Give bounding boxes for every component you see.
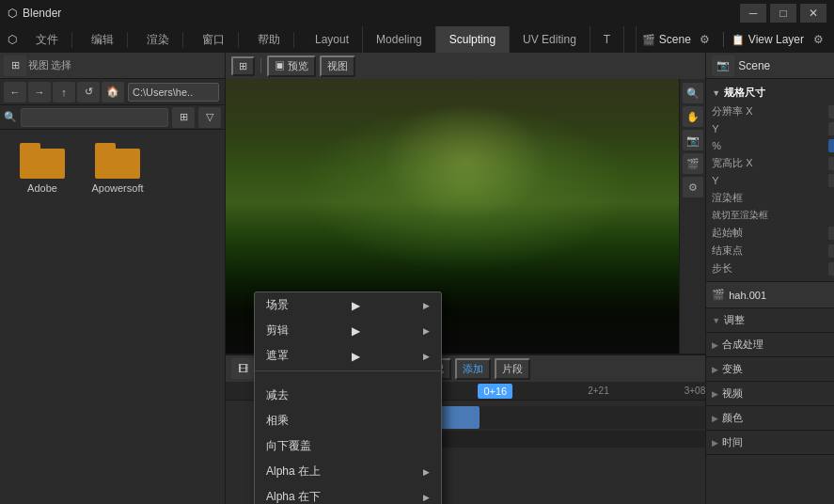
path-bar[interactable]: C:\Users\he.. [128, 83, 219, 102]
start-frame-value[interactable]: 1 [828, 227, 834, 240]
tab-t[interactable]: T [590, 26, 624, 53]
aspect-x-label: 宽高比 X [712, 156, 828, 170]
folder-adobe[interactable]: Adobe [9, 139, 75, 197]
menu-help[interactable]: 帮助 [244, 32, 294, 48]
menu-mask[interactable]: 遮罩 ▶ [255, 343, 441, 369]
color-arrow: ▶ [712, 414, 718, 423]
side-tool-search[interactable]: 🔍 [683, 83, 703, 103]
start-frame-label: 起始帧 [712, 226, 828, 240]
menu-alpha-under[interactable]: Alpha 在下 [255, 484, 441, 504]
step-value[interactable]: 1 [828, 262, 834, 276]
menu-overcover[interactable]: 向下覆盖 [255, 433, 441, 459]
composite-header[interactable]: ▶ 合成处理 [712, 335, 834, 354]
render-size-header: ▼ 规格尺寸 ≡ [712, 83, 834, 102]
title-bar-left: ⬡ Blender [8, 7, 61, 20]
menu-add[interactable] [255, 373, 441, 383]
folder-apowersoft-icon [95, 143, 140, 179]
aspect-y-row: Y 1.000 [712, 172, 834, 189]
side-tool-render[interactable]: 🎬 [683, 153, 703, 174]
left-panel: ⊞ 视图 选择 ← → ↑ ↺ 🏠 C:\Users\he.. 🔍 ⊞ ▽ [0, 53, 226, 504]
nav-home-btn[interactable]: 🏠 [102, 82, 124, 102]
right-panel-icon[interactable]: 📷 [712, 55, 734, 76]
minimize-button[interactable]: ─ [740, 4, 766, 23]
tab-uv[interactable]: UV Editing [510, 26, 590, 53]
nav-up-btn[interactable]: ↑ [53, 82, 75, 102]
title-bar-controls: ─ □ ✕ [740, 4, 826, 23]
color-header[interactable]: ▶ 颜色 [712, 408, 834, 428]
menu-alpha-over-label: Alpha 在上 [266, 464, 321, 480]
viewlayer-label: View Layer [748, 33, 804, 46]
view-btn[interactable]: 视图 [320, 55, 355, 77]
menu-render[interactable]: 渲染 [134, 32, 183, 48]
time-header[interactable]: ▶ 时间 [712, 433, 834, 452]
item-icon: 🎬 [712, 289, 725, 301]
render-size-arrow: ▼ [712, 88, 720, 98]
nav-forward-btn[interactable]: → [28, 82, 51, 102]
tl-add-btn[interactable]: 添加 [455, 358, 491, 380]
search-row: 🔍 ⊞ ▽ [0, 105, 225, 130]
time-arrow: ▶ [712, 438, 718, 448]
menu-edit[interactable]: 编辑 [78, 32, 128, 48]
video-section: ▶ 视频 [706, 382, 834, 406]
folder-apowersoft[interactable]: Apowersoft [85, 139, 150, 197]
search-field[interactable] [21, 108, 168, 127]
res-x-value[interactable]: 1920 px [828, 105, 834, 118]
tl-strip-btn[interactable]: 片段 [495, 358, 530, 380]
menu-scene[interactable]: 场景 ▶ [255, 292, 441, 318]
menu-mask-label: 遮罩 [266, 348, 289, 364]
side-tool-settings[interactable]: ⚙ [683, 177, 703, 197]
side-tool-hand[interactable]: ✋ [683, 106, 703, 127]
composite-arrow: ▶ [712, 340, 718, 350]
preview-label: 预览 [288, 60, 308, 71]
transform-header[interactable]: ▶ 变换 [712, 359, 834, 379]
aspect-x-row: 宽高比 X 1.000 [712, 154, 834, 172]
end-frame-label: 结束点 [712, 244, 828, 258]
aspect-x-value[interactable]: 1.000 [828, 157, 834, 170]
step-label: 步长 [712, 261, 828, 276]
view-toggle-btn[interactable]: ⊞ [172, 107, 195, 128]
composite-section: ▶ 合成处理 [706, 333, 834, 357]
tab-layout[interactable]: Layout [302, 26, 363, 53]
transform-arrow: ▶ [712, 365, 718, 374]
filter-btn[interactable]: ▽ [198, 107, 221, 128]
close-button[interactable]: ✕ [800, 4, 826, 23]
menu-alpha-over[interactable]: Alpha 在上 [255, 459, 441, 484]
res-x-row: 分辨率 X 1920 px [712, 102, 834, 120]
side-tool-camera[interactable]: 📷 [683, 130, 703, 150]
tab-modeling[interactable]: Modeling [363, 26, 436, 53]
scene-settings-btn[interactable]: ⚙ [695, 29, 716, 50]
frame-marker-3: 2+21 [588, 386, 609, 396]
maximize-button[interactable]: □ [770, 4, 796, 23]
render-frame-label: 渲染框 [712, 191, 834, 205]
menu-clip[interactable]: 剪辑 ▶ [255, 318, 441, 343]
search-icon: 🔍 [4, 111, 17, 123]
menu-multiply-label: 相乘 [266, 413, 289, 429]
left-toolbar-row1: ⊞ 视图 选择 [0, 53, 225, 79]
menu-window[interactable]: 窗口 [189, 32, 239, 48]
end-frame-value[interactable]: 250 [828, 244, 834, 258]
panel-label: 视图 [28, 58, 49, 72]
tl-icon-btn[interactable]: 🎞 [231, 358, 254, 379]
viewlayer-settings-btn[interactable]: ⚙ [808, 29, 828, 50]
res-y-value[interactable]: 1080 px [828, 122, 834, 135]
divider [723, 32, 724, 47]
nav-refresh-btn[interactable]: ↺ [77, 82, 100, 102]
percent-label: % [712, 140, 828, 151]
menu-file[interactable]: 文件 [23, 32, 72, 48]
video-header[interactable]: ▶ 视频 [712, 384, 834, 403]
viewport-icon-btn[interactable]: ⊞ [231, 56, 255, 76]
step-row: 步长 1 [712, 260, 834, 277]
percent-row: % 100% [712, 137, 834, 154]
left-panel-icon[interactable]: ⊞ [4, 55, 26, 76]
menu-mask-arrow: ▶ [352, 350, 360, 363]
menu-remove[interactable]: 减去 [255, 383, 441, 408]
tab-sculpting[interactable]: Sculpting [436, 26, 510, 53]
adjust-header[interactable]: ▼ 调整 ≡ [712, 310, 834, 330]
menu-multiply[interactable]: 相乘 [255, 408, 441, 433]
preview-btn[interactable]: ▣ 预览 [267, 55, 316, 77]
item-name-bar: 🎬 hah.001 ✓ [706, 282, 834, 308]
aspect-y-value[interactable]: 1.000 [828, 174, 834, 187]
render-size-title: 规格尺寸 [724, 86, 765, 100]
nav-back-btn[interactable]: ← [4, 82, 26, 102]
percent-value[interactable]: 100% [828, 139, 834, 152]
